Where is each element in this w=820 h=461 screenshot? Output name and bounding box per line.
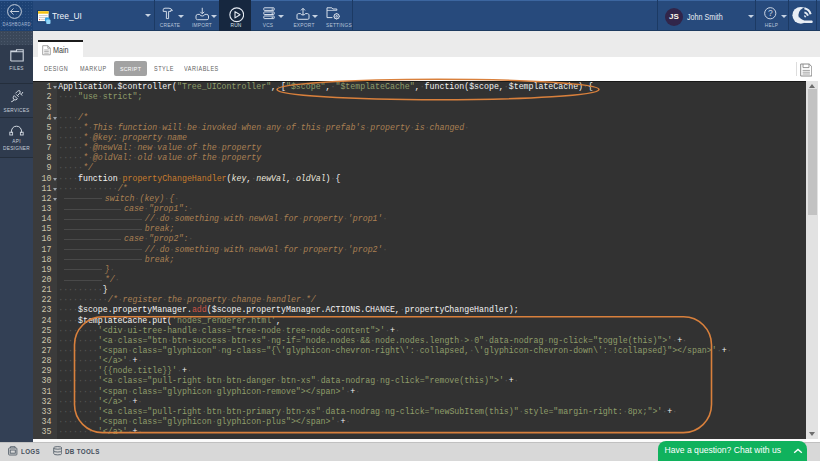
svg-text:?: ? — [768, 8, 773, 18]
